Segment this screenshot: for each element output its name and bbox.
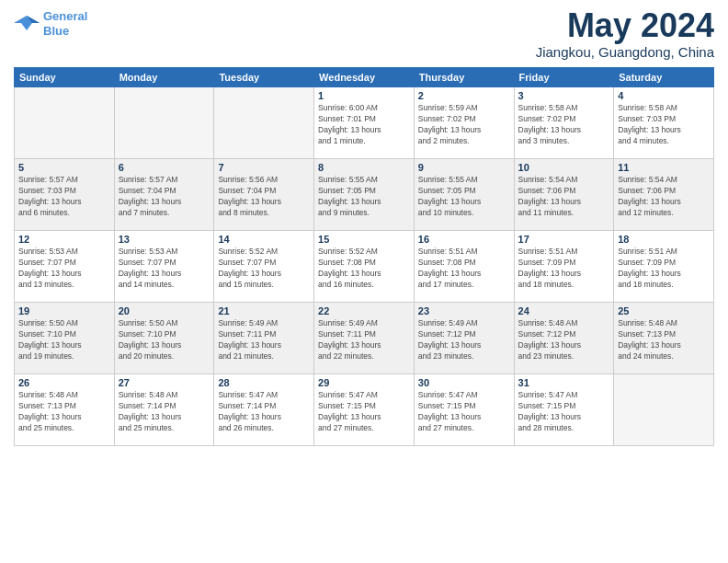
table-row (214, 87, 314, 159)
table-row: 30Sunrise: 5:47 AM Sunset: 7:15 PM Dayli… (414, 374, 514, 446)
table-row (614, 374, 714, 446)
col-tuesday: Tuesday (214, 68, 314, 87)
table-row: 12Sunrise: 5:53 AM Sunset: 7:07 PM Dayli… (15, 231, 115, 303)
table-row: 22Sunrise: 5:49 AM Sunset: 7:11 PM Dayli… (314, 303, 415, 374)
day-info: Sunrise: 5:48 AM Sunset: 7:13 PM Dayligh… (618, 318, 710, 362)
day-number: 10 (518, 162, 610, 173)
table-row (114, 87, 214, 159)
day-info: Sunrise: 5:52 AM Sunset: 7:07 PM Dayligh… (218, 247, 310, 291)
day-info: Sunrise: 5:48 AM Sunset: 7:12 PM Dayligh… (518, 318, 610, 362)
day-number: 12 (18, 234, 110, 245)
logo-text: General Blue (43, 9, 87, 38)
col-wednesday: Wednesday (314, 68, 415, 87)
table-row: 4Sunrise: 5:58 AM Sunset: 7:03 PM Daylig… (614, 87, 714, 159)
table-row: 7Sunrise: 5:56 AM Sunset: 7:04 PM Daylig… (214, 159, 314, 231)
table-row: 24Sunrise: 5:48 AM Sunset: 7:12 PM Dayli… (514, 303, 614, 374)
day-number: 1 (318, 90, 410, 101)
day-number: 24 (518, 305, 610, 316)
day-number: 21 (218, 305, 310, 316)
table-row: 28Sunrise: 5:47 AM Sunset: 7:14 PM Dayli… (214, 374, 314, 446)
day-number: 29 (318, 377, 410, 388)
table-row: 18Sunrise: 5:51 AM Sunset: 7:09 PM Dayli… (614, 231, 714, 303)
table-row: 14Sunrise: 5:52 AM Sunset: 7:07 PM Dayli… (214, 231, 314, 303)
table-row: 25Sunrise: 5:48 AM Sunset: 7:13 PM Dayli… (614, 303, 714, 374)
day-number: 28 (218, 377, 310, 388)
day-info: Sunrise: 5:49 AM Sunset: 7:12 PM Dayligh… (418, 318, 510, 362)
day-info: Sunrise: 5:58 AM Sunset: 7:03 PM Dayligh… (618, 103, 710, 147)
day-number: 13 (119, 234, 210, 245)
day-number: 23 (418, 305, 510, 316)
day-number: 20 (119, 305, 210, 316)
calendar-week-row: 1Sunrise: 6:00 AM Sunset: 7:01 PM Daylig… (15, 87, 714, 159)
day-info: Sunrise: 5:54 AM Sunset: 7:06 PM Dayligh… (618, 175, 710, 219)
day-info: Sunrise: 5:47 AM Sunset: 7:15 PM Dayligh… (318, 390, 410, 434)
day-number: 4 (618, 90, 710, 101)
day-info: Sunrise: 5:49 AM Sunset: 7:11 PM Dayligh… (318, 318, 410, 362)
day-number: 9 (418, 162, 510, 173)
day-number: 22 (318, 305, 410, 316)
day-info: Sunrise: 5:50 AM Sunset: 7:10 PM Dayligh… (119, 318, 210, 362)
day-number: 6 (119, 162, 210, 173)
calendar-table: Sunday Monday Tuesday Wednesday Thursday… (14, 67, 714, 446)
table-row: 19Sunrise: 5:50 AM Sunset: 7:10 PM Dayli… (15, 303, 115, 374)
col-friday: Friday (514, 68, 614, 87)
table-row: 2Sunrise: 5:59 AM Sunset: 7:02 PM Daylig… (414, 87, 514, 159)
table-row: 1Sunrise: 6:00 AM Sunset: 7:01 PM Daylig… (314, 87, 415, 159)
day-number: 15 (318, 234, 410, 245)
day-info: Sunrise: 6:00 AM Sunset: 7:01 PM Dayligh… (318, 103, 410, 147)
day-number: 17 (518, 234, 610, 245)
day-info: Sunrise: 5:51 AM Sunset: 7:08 PM Dayligh… (418, 247, 510, 291)
day-info: Sunrise: 5:47 AM Sunset: 7:15 PM Dayligh… (518, 390, 610, 434)
table-row: 15Sunrise: 5:52 AM Sunset: 7:08 PM Dayli… (314, 231, 415, 303)
table-row: 10Sunrise: 5:54 AM Sunset: 7:06 PM Dayli… (514, 159, 614, 231)
table-row (15, 87, 115, 159)
table-row: 8Sunrise: 5:55 AM Sunset: 7:05 PM Daylig… (314, 159, 415, 231)
day-number: 14 (218, 234, 310, 245)
day-info: Sunrise: 5:56 AM Sunset: 7:04 PM Dayligh… (218, 175, 310, 219)
day-info: Sunrise: 5:55 AM Sunset: 7:05 PM Dayligh… (418, 175, 510, 219)
day-number: 30 (418, 377, 510, 388)
location: Jiangkou, Guangdong, China (536, 44, 714, 60)
day-info: Sunrise: 5:53 AM Sunset: 7:07 PM Dayligh… (119, 247, 210, 291)
calendar-week-row: 12Sunrise: 5:53 AM Sunset: 7:07 PM Dayli… (15, 231, 714, 303)
day-info: Sunrise: 5:57 AM Sunset: 7:04 PM Dayligh… (119, 175, 210, 219)
table-row: 26Sunrise: 5:48 AM Sunset: 7:13 PM Dayli… (15, 374, 115, 446)
logo: General Blue (14, 9, 87, 38)
calendar-header-row: Sunday Monday Tuesday Wednesday Thursday… (15, 68, 714, 87)
day-number: 31 (518, 377, 610, 388)
title-block: May 2024 Jiangkou, Guangdong, China (536, 9, 714, 60)
table-row: 31Sunrise: 5:47 AM Sunset: 7:15 PM Dayli… (514, 374, 614, 446)
table-row: 11Sunrise: 5:54 AM Sunset: 7:06 PM Dayli… (614, 159, 714, 231)
day-info: Sunrise: 5:50 AM Sunset: 7:10 PM Dayligh… (18, 318, 110, 362)
day-number: 8 (318, 162, 410, 173)
col-monday: Monday (114, 68, 214, 87)
table-row: 23Sunrise: 5:49 AM Sunset: 7:12 PM Dayli… (414, 303, 514, 374)
day-number: 5 (18, 162, 110, 173)
day-info: Sunrise: 5:48 AM Sunset: 7:13 PM Dayligh… (18, 390, 110, 434)
day-number: 16 (418, 234, 510, 245)
day-info: Sunrise: 5:49 AM Sunset: 7:11 PM Dayligh… (218, 318, 310, 362)
col-saturday: Saturday (614, 68, 714, 87)
day-info: Sunrise: 5:54 AM Sunset: 7:06 PM Dayligh… (518, 175, 610, 219)
col-sunday: Sunday (15, 68, 115, 87)
day-number: 27 (119, 377, 210, 388)
day-number: 25 (618, 305, 710, 316)
day-info: Sunrise: 5:51 AM Sunset: 7:09 PM Dayligh… (618, 247, 710, 291)
table-row: 27Sunrise: 5:48 AM Sunset: 7:14 PM Dayli… (114, 374, 214, 446)
day-info: Sunrise: 5:51 AM Sunset: 7:09 PM Dayligh… (518, 247, 610, 291)
table-row: 5Sunrise: 5:57 AM Sunset: 7:03 PM Daylig… (15, 159, 115, 231)
logo-icon (14, 14, 40, 34)
day-info: Sunrise: 5:59 AM Sunset: 7:02 PM Dayligh… (418, 103, 510, 147)
day-info: Sunrise: 5:57 AM Sunset: 7:03 PM Dayligh… (18, 175, 110, 219)
month-title: May 2024 (536, 9, 714, 42)
day-number: 3 (518, 90, 610, 101)
table-row: 20Sunrise: 5:50 AM Sunset: 7:10 PM Dayli… (114, 303, 214, 374)
day-info: Sunrise: 5:52 AM Sunset: 7:08 PM Dayligh… (318, 247, 410, 291)
calendar-week-row: 5Sunrise: 5:57 AM Sunset: 7:03 PM Daylig… (15, 159, 714, 231)
table-row: 6Sunrise: 5:57 AM Sunset: 7:04 PM Daylig… (114, 159, 214, 231)
day-info: Sunrise: 5:55 AM Sunset: 7:05 PM Dayligh… (318, 175, 410, 219)
day-info: Sunrise: 5:53 AM Sunset: 7:07 PM Dayligh… (18, 247, 110, 291)
header: General Blue May 2024 Jiangkou, Guangdon… (14, 9, 714, 60)
calendar-week-row: 19Sunrise: 5:50 AM Sunset: 7:10 PM Dayli… (15, 303, 714, 374)
day-number: 7 (218, 162, 310, 173)
